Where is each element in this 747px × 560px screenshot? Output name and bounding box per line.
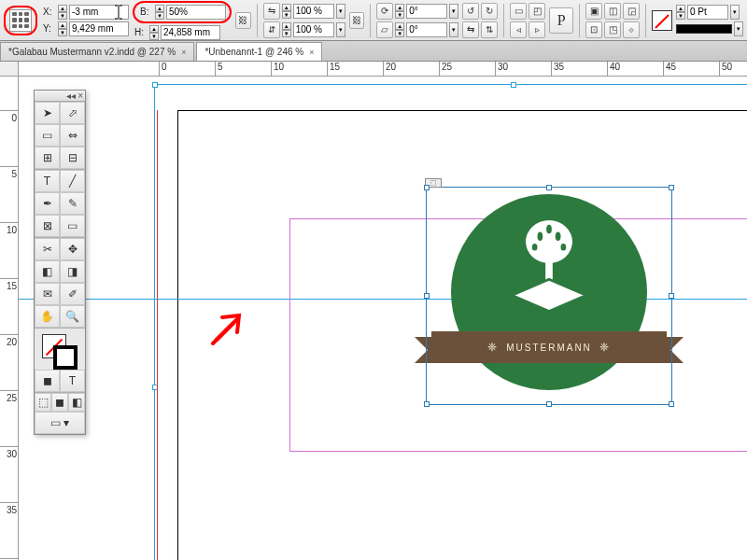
tab-close-icon[interactable]: ×: [309, 48, 314, 57]
apply-text-icon[interactable]: T: [60, 370, 85, 392]
h-up[interactable]: ▲: [149, 25, 159, 33]
stroke-dd[interactable]: ▾: [730, 5, 740, 20]
paragraph-style-icon[interactable]: P: [549, 7, 573, 34]
page-tool[interactable]: ▭: [35, 124, 60, 147]
zoom-tool[interactable]: 🔍: [60, 305, 85, 328]
line-tool[interactable]: ╱: [60, 170, 85, 192]
stroke-weight-input[interactable]: [687, 5, 728, 20]
rot-spinner[interactable]: ▲▼: [395, 4, 404, 19]
shear-input[interactable]: [406, 22, 447, 37]
x-spinner[interactable]: ▲▼: [58, 5, 67, 20]
select-group: ▭◰ ◃▹: [510, 3, 545, 38]
hand-tool[interactable]: ✋: [35, 305, 60, 328]
stroke-style-swatch[interactable]: [676, 24, 732, 34]
stroke-group: [652, 10, 672, 31]
apply-color-icon[interactable]: ◼: [35, 370, 60, 392]
document-tabstrip: *Galabau Mustermann v2.indd @ 227 % × *U…: [0, 41, 747, 62]
stroke-proxy[interactable]: [53, 345, 78, 370]
scale-x-dd[interactable]: ▾: [336, 4, 345, 19]
gap-tool[interactable]: ⇔: [60, 124, 85, 147]
sx-spinner[interactable]: ▲▼: [282, 4, 291, 19]
shear-icon: ▱: [376, 21, 393, 38]
tab-galabau[interactable]: *Galabau Mustermann v2.indd @ 227 % ×: [0, 42, 194, 61]
tab-close-icon[interactable]: ×: [181, 48, 186, 57]
selection-tool[interactable]: ➤: [35, 102, 60, 124]
fill-frame-icon[interactable]: ◳: [604, 21, 621, 38]
select-container-icon[interactable]: ▭: [510, 3, 527, 20]
note-tool[interactable]: ✉: [35, 283, 60, 305]
w-input[interactable]: [166, 5, 226, 20]
fill-swatch[interactable]: [652, 10, 672, 31]
select-content-icon[interactable]: ◰: [529, 3, 545, 20]
x-up[interactable]: ▲: [58, 5, 67, 12]
flip-v-icon[interactable]: ⇅: [481, 21, 498, 38]
x-dn[interactable]: ▼: [58, 12, 67, 20]
selection-box[interactable]: ⬚: [426, 187, 672, 405]
rotate-input[interactable]: [406, 4, 447, 19]
stroke-spinner[interactable]: ▲▼: [676, 5, 685, 20]
scale-x-input[interactable]: [293, 4, 334, 19]
ruler-vertical[interactable]: 0510152025303540: [0, 77, 19, 560]
direct-selection-tool[interactable]: ⬀: [60, 102, 85, 124]
scale-y-input[interactable]: [293, 22, 334, 37]
scissors-tool[interactable]: ✂: [35, 238, 60, 260]
h-input[interactable]: [161, 25, 220, 40]
reference-point-grid[interactable]: [9, 9, 32, 32]
close-icon[interactable]: ×: [78, 91, 83, 101]
w-up[interactable]: ▲: [155, 5, 164, 12]
gradient-swatch-tool[interactable]: ◧: [35, 260, 60, 283]
constrain-scale-icon[interactable]: ⛓: [349, 12, 365, 29]
rotate-cw-icon[interactable]: ↻: [481, 3, 498, 20]
y-dn[interactable]: ▼: [58, 29, 67, 36]
rotate-ccw-icon[interactable]: ↺: [462, 3, 479, 20]
ruler-horizontal[interactable]: 051015202530354045505560: [19, 62, 747, 77]
select-next-icon[interactable]: ▹: [529, 21, 545, 38]
auto-fit-icon[interactable]: ⟐: [623, 21, 640, 38]
scale-y-dd[interactable]: ▾: [336, 22, 345, 37]
free-transform-tool[interactable]: ✥: [60, 238, 85, 260]
y-spinner[interactable]: ▲▼: [58, 21, 67, 36]
content-placer-tool[interactable]: ⊟: [60, 147, 85, 169]
w-spinner[interactable]: ▲▼: [155, 5, 164, 20]
h-label: H:: [134, 27, 146, 37]
rectangle-tool[interactable]: ▭: [60, 215, 85, 237]
flip-h-icon[interactable]: ⇆: [462, 21, 479, 38]
y-up[interactable]: ▲: [58, 21, 67, 29]
fit-group: ▣◫◲ ⊡◳⟐: [585, 3, 640, 38]
h-spinner[interactable]: ▲▼: [149, 25, 159, 40]
tools-panel-header[interactable]: ◂◂ ×: [35, 91, 85, 102]
canvas[interactable]: ❈ MUSTERMANN ❈ ⬚: [19, 77, 747, 560]
type-tool[interactable]: T: [35, 170, 60, 192]
gradient-feather-tool[interactable]: ◨: [60, 260, 85, 283]
rotate-dd[interactable]: ▾: [449, 4, 458, 19]
x-input[interactable]: [69, 5, 129, 20]
tools-panel[interactable]: ◂◂ × ➤ ⬀ ▭ ⇔ ⊞ ⊟ T ╱ ✒ ✎ ⊠ ▭ ✂ ✥ ◧ ◨ ✉ ✐…: [34, 90, 86, 435]
apply-none-icon[interactable]: ⬚: [35, 393, 51, 412]
fit-frame-icon[interactable]: ◫: [604, 3, 621, 20]
constrain-wh-icon[interactable]: ⛓: [235, 12, 251, 29]
eyedropper-tool[interactable]: ✐: [60, 283, 85, 305]
ruler-origin[interactable]: [0, 62, 19, 77]
shear-dd[interactable]: ▾: [449, 22, 458, 37]
shear-spinner[interactable]: ▲▼: [395, 22, 404, 37]
sy-spinner[interactable]: ▲▼: [282, 22, 291, 37]
rectangle-frame-tool[interactable]: ⊠: [35, 215, 60, 237]
tab-unbenannt[interactable]: *Unbenannt-1 @ 246 % ×: [196, 42, 322, 61]
pen-tool[interactable]: ✒: [35, 192, 60, 215]
fit-prop-icon[interactable]: ◲: [623, 3, 640, 20]
y-input[interactable]: [69, 21, 129, 36]
fill-stroke-proxy[interactable]: [35, 329, 85, 370]
apply-black-icon[interactable]: ◼: [51, 393, 68, 412]
h-dn[interactable]: ▼: [149, 33, 159, 40]
view-mode-button[interactable]: ▭ ▾: [35, 412, 85, 434]
fit-content-icon[interactable]: ▣: [585, 3, 602, 20]
stroke-style-dd[interactable]: ▾: [734, 21, 743, 36]
select-prev-icon[interactable]: ◃: [510, 21, 527, 38]
center-content-icon[interactable]: ⊡: [585, 21, 602, 38]
w-dn[interactable]: ▼: [155, 12, 164, 20]
content-collector-tool[interactable]: ⊞: [35, 147, 60, 169]
pencil-tool[interactable]: ✎: [60, 192, 85, 215]
apply-gradient-icon[interactable]: ◧: [68, 393, 85, 412]
tab-label: *Unbenannt-1 @ 246 %: [204, 47, 303, 57]
collapse-icon[interactable]: ◂◂: [66, 91, 76, 101]
